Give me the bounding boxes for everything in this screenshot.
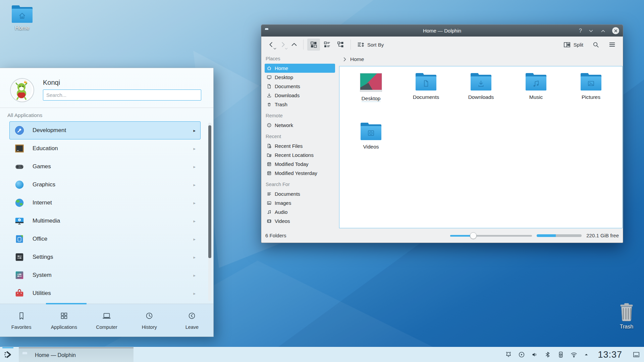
category-utilities[interactable]: Utilities ▸ [9, 284, 201, 302]
places-item-trash[interactable]: Trash [265, 100, 335, 109]
icons-view-button[interactable] [307, 39, 320, 51]
list-header: All Applications [7, 112, 213, 118]
back-button[interactable] [266, 39, 277, 51]
tab-leave[interactable]: Leave [171, 304, 213, 337]
file-item-pictures[interactable]: Pictures [564, 70, 619, 119]
scrollbar[interactable] [208, 123, 211, 301]
zoom-slider[interactable] [450, 232, 532, 239]
places-item-recent-files[interactable]: Recent Files [265, 141, 335, 150]
device-icon[interactable] [557, 351, 565, 358]
tab-history[interactable]: History [128, 304, 171, 337]
download-emblem-icon [477, 79, 485, 88]
split-button[interactable]: Split [561, 39, 586, 51]
desktop-icon-home[interactable]: Home [9, 5, 36, 31]
file-item-music[interactable]: Music [508, 70, 564, 119]
scrollbar-handle[interactable] [208, 125, 211, 258]
tree-view-button[interactable] [334, 39, 347, 51]
places-item-home[interactable]: Home [265, 64, 335, 73]
tab-applications[interactable]: Applications [43, 304, 85, 337]
app-grid-icon [59, 311, 69, 321]
tab-favorites[interactable]: Favorites [0, 304, 43, 337]
up-button[interactable] [289, 39, 300, 51]
places-item-search-documents[interactable]: Documents [265, 189, 335, 198]
category-internet[interactable]: Internet ▸ [9, 194, 201, 212]
leave-icon [187, 311, 197, 321]
category-games[interactable]: Games ▸ [9, 158, 201, 176]
wifi-icon[interactable] [570, 351, 578, 358]
folder-icon [22, 352, 31, 359]
folder-pictures-icon [581, 73, 601, 90]
kde-launcher-icon [3, 350, 12, 359]
digital-clock[interactable]: 13:37 [598, 350, 622, 360]
desktop-icon-trash[interactable]: Trash [610, 302, 643, 330]
toolbar-separator [303, 40, 304, 50]
music-emblem-icon [532, 79, 540, 88]
settings-icon [14, 252, 24, 262]
places-item-modified-yesterday[interactable]: Modified Yesterday [265, 169, 335, 178]
category-multimedia[interactable]: Multimedia ▸ [9, 212, 201, 230]
places-item-desktop[interactable]: Desktop [265, 73, 335, 82]
utilities-icon [14, 288, 24, 298]
image-emblem-icon [587, 79, 595, 88]
menu-button[interactable] [606, 39, 618, 51]
file-item-videos[interactable]: Videos [343, 119, 398, 169]
office-icon [14, 234, 24, 244]
search-button[interactable] [590, 39, 602, 51]
volume-icon[interactable] [531, 351, 538, 358]
clock-icon [144, 311, 154, 321]
active-launcher-indicator [2, 347, 13, 348]
notifications-icon[interactable] [505, 351, 512, 358]
places-item-search-videos[interactable]: Videos [265, 217, 335, 226]
search-input[interactable] [43, 89, 201, 101]
zoom-slider-handle[interactable] [470, 232, 477, 239]
breadcrumb-current: Home [350, 56, 364, 62]
places-item-downloads[interactable]: Downloads [265, 91, 335, 100]
places-item-search-audio[interactable]: Audio [265, 207, 335, 217]
breadcrumb[interactable]: Home [339, 53, 623, 66]
home-emblem-icon [18, 11, 26, 20]
sort-by-button[interactable]: Sort By [355, 39, 386, 51]
video-emblem-icon [367, 129, 375, 137]
app-launcher-button[interactable] [0, 347, 16, 362]
forward-button[interactable] [277, 39, 288, 51]
places-item-documents[interactable]: Documents [265, 82, 335, 91]
multimedia-icon [14, 216, 24, 226]
bluetooth-icon[interactable] [544, 351, 551, 358]
maximize-button[interactable] [600, 28, 606, 34]
file-item-downloads[interactable]: Downloads [453, 70, 508, 119]
category-system[interactable]: System ▸ [9, 266, 201, 284]
file-item-desktop[interactable]: Desktop [343, 70, 398, 119]
show-desktop-button[interactable] [631, 351, 641, 358]
help-button[interactable]: ? [579, 28, 582, 34]
document-icon [267, 84, 272, 89]
category-development[interactable]: Development ▸ [9, 121, 201, 139]
trash-icon [267, 102, 272, 107]
places-item-modified-today[interactable]: Modified Today [265, 160, 335, 169]
category-education[interactable]: Education ▸ [9, 139, 201, 158]
expand-tray-icon[interactable] [583, 352, 589, 358]
split-label: Split [574, 42, 583, 48]
search-icon [592, 41, 600, 49]
folder-view[interactable]: Desktop Documents Downloads [339, 66, 623, 228]
task-button-dolphin[interactable]: Home — Dolphin [19, 347, 133, 362]
file-item-documents[interactable]: Documents [398, 70, 453, 119]
category-settings[interactable]: Settings ▸ [9, 248, 201, 266]
system-tray: 13:37 [505, 347, 644, 362]
user-avatar[interactable] [10, 78, 34, 102]
category-office[interactable]: Office ▸ [9, 230, 201, 248]
close-icon [614, 29, 618, 33]
category-graphics[interactable]: Graphics ▸ [9, 176, 201, 194]
places-item-network[interactable]: Network [265, 121, 335, 130]
minimize-button[interactable] [588, 28, 594, 34]
taskbar: Home — Dolphin 13:37 [0, 347, 644, 362]
places-item-recent-locations[interactable]: Recent Locations [265, 150, 335, 160]
split-view-icon [563, 41, 571, 49]
media-player-icon[interactable] [518, 351, 525, 358]
close-button[interactable] [612, 27, 619, 34]
places-panel: Places Home Desktop Documents Downloads … [261, 53, 339, 228]
details-view-button[interactable] [321, 39, 333, 51]
titlebar[interactable]: Home — Dolphin ? [261, 25, 623, 37]
tab-computer[interactable]: Computer [85, 304, 128, 337]
places-item-search-images[interactable]: Images [265, 198, 335, 207]
active-tab-indicator [46, 303, 87, 304]
